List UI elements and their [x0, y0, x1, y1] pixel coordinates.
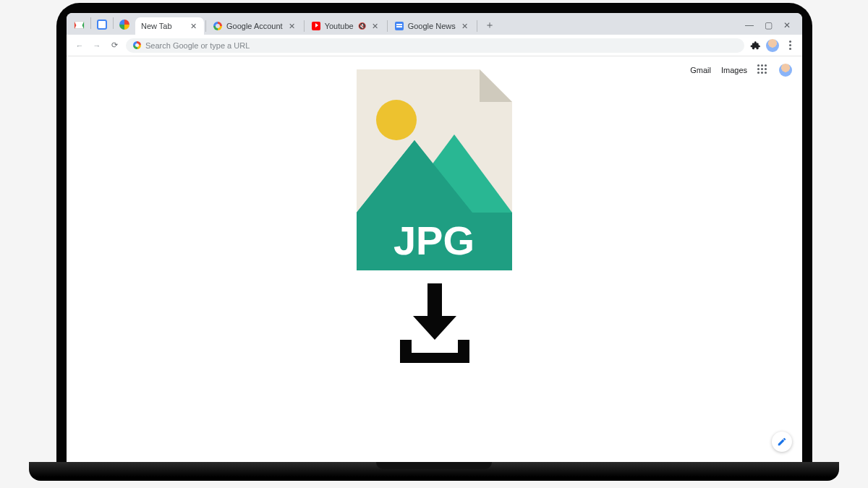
tab-label: Google News — [408, 22, 456, 30]
separator — [477, 20, 477, 32]
back-button[interactable]: ← — [74, 41, 85, 50]
separator — [387, 20, 388, 32]
separator — [304, 20, 305, 32]
minimize-button[interactable]: — — [744, 20, 754, 30]
extensions-icon[interactable] — [750, 40, 760, 51]
tab-new-tab[interactable]: New Tab ✕ — [135, 17, 204, 35]
calendar-icon[interactable] — [97, 20, 107, 30]
close-window-button[interactable]: ✕ — [782, 20, 792, 30]
google-search-icon — [133, 41, 141, 49]
gmail-icon[interactable] — [74, 21, 85, 29]
maximize-button[interactable]: ▢ — [763, 20, 773, 30]
separator — [90, 17, 91, 29]
customize-button[interactable] — [772, 432, 792, 452]
mute-icon[interactable]: 🔇 — [358, 22, 366, 30]
reload-button[interactable]: ⟳ — [109, 40, 120, 50]
close-icon[interactable]: ✕ — [189, 22, 198, 31]
laptop-frame: New Tab ✕ Google Account ✕ Youtube 🔇 ✕ G… — [56, 3, 812, 462]
jpg-file-icon: JPG — [357, 69, 512, 270]
download-icon — [391, 283, 478, 363]
tab-label: New Tab — [141, 22, 184, 30]
page-content: Gmail Images — [67, 56, 802, 462]
google-favicon — [213, 22, 222, 30]
svg-rect-2 — [427, 283, 442, 320]
tab-youtube[interactable]: Youtube 🔇 ✕ — [306, 17, 386, 35]
toolbar: ← → ⟳ Search Google or type a URL — [67, 35, 802, 56]
new-tab-button[interactable]: ＋ — [482, 17, 498, 33]
profile-avatar[interactable] — [766, 39, 779, 52]
news-favicon — [395, 22, 404, 30]
close-icon[interactable]: ✕ — [460, 22, 469, 31]
window-controls: — ▢ ✕ — [744, 20, 799, 35]
separator — [113, 17, 114, 29]
top-right-links: Gmail Images — [690, 64, 792, 77]
file-type-label: JPG — [393, 218, 475, 263]
close-icon[interactable]: ✕ — [370, 22, 380, 31]
omnibox[interactable]: Search Google or type a URL — [126, 38, 744, 53]
youtube-favicon — [312, 22, 320, 30]
account-avatar[interactable] — [779, 64, 792, 77]
tab-label: Youtube — [325, 22, 354, 30]
separator — [205, 20, 206, 32]
menu-button[interactable] — [785, 40, 795, 50]
pinned-tabs — [69, 17, 135, 35]
gmail-link[interactable]: Gmail — [690, 66, 711, 74]
forward-button[interactable]: → — [91, 41, 103, 50]
pencil-icon — [777, 437, 787, 447]
tab-google-news[interactable]: Google News ✕ — [389, 17, 475, 35]
tab-label: Google Account — [226, 22, 283, 30]
omnibox-placeholder: Search Google or type a URL — [145, 41, 250, 50]
center-illustration: JPG — [352, 69, 518, 363]
tab-google-account[interactable]: Google Account ✕ — [208, 17, 302, 35]
photos-icon[interactable] — [119, 20, 129, 30]
svg-point-0 — [376, 100, 417, 140]
apps-icon[interactable] — [757, 64, 769, 76]
tab-strip: New Tab ✕ Google Account ✕ Youtube 🔇 ✕ G… — [67, 13, 802, 35]
close-icon[interactable]: ✕ — [287, 22, 297, 31]
screen: New Tab ✕ Google Account ✕ Youtube 🔇 ✕ G… — [67, 13, 802, 462]
laptop-notch — [376, 462, 492, 469]
images-link[interactable]: Images — [721, 66, 747, 74]
